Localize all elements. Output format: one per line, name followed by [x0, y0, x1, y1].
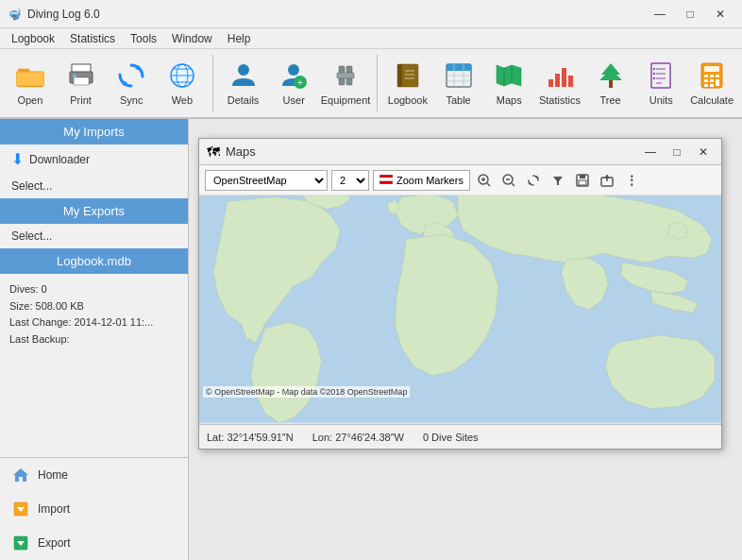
sync-label: Sync — [120, 94, 143, 106]
menu-logbook[interactable]: Logbook — [4, 30, 62, 47]
export-map-button[interactable] — [597, 170, 617, 191]
menu-tools[interactable]: Tools — [123, 30, 164, 47]
svg-marker-60 — [13, 468, 28, 482]
svg-rect-56 — [710, 79, 714, 82]
home-label: Home — [38, 468, 68, 482]
svg-line-72 — [487, 183, 490, 186]
logbook-button[interactable]: Logbook — [383, 52, 432, 114]
svg-rect-67 — [379, 180, 393, 183]
nav-import[interactable]: Import — [0, 492, 188, 526]
map-sites: 0 Dive Sites — [423, 432, 479, 443]
minimize-button[interactable]: — — [646, 5, 674, 24]
svg-rect-42 — [651, 63, 670, 88]
details-label: Details — [228, 94, 260, 106]
web-button[interactable]: Web — [158, 52, 207, 114]
sync-button[interactable]: Sync — [107, 52, 156, 114]
maps-window[interactable]: 🗺 Maps — □ ✕ OpenStreetMap 2 — [198, 138, 722, 450]
open-button[interactable]: Open — [6, 52, 55, 114]
map-type-select[interactable]: OpenStreetMap — [205, 170, 328, 191]
table-label: Table — [446, 94, 470, 106]
user-button[interactable]: + User — [269, 52, 318, 114]
close-button[interactable]: ✕ — [706, 5, 734, 24]
sidebar-nav: Home Import Export — [0, 457, 188, 560]
app-title: Diving Log 6.0 — [27, 8, 646, 21]
svg-rect-47 — [653, 68, 655, 70]
map-lat: Lat: 32°14′59.91″N — [207, 432, 294, 443]
sidebar: My Imports ⬇ Downloader Select... My Exp… — [0, 119, 189, 560]
zoom-out-button[interactable] — [498, 170, 519, 191]
map-display: © OpenStreetMap - Map data ©2018 OpenStr… — [199, 195, 721, 424]
maps-minimize-button[interactable]: — — [640, 144, 661, 161]
maps-maximize-button[interactable]: □ — [666, 144, 687, 161]
calculate-label: Calculate — [690, 94, 734, 106]
refresh-button[interactable] — [523, 170, 544, 191]
zoom-markers-label: Zoom Markers — [396, 175, 464, 186]
svg-rect-86 — [199, 423, 721, 424]
svg-rect-35 — [548, 79, 553, 87]
logbook-info: Dives: 0 Size: 508.00 KB Last Change: 20… — [0, 274, 188, 355]
save-button[interactable] — [572, 170, 593, 191]
download-icon: ⬇ — [11, 150, 24, 168]
svg-point-15 — [288, 64, 299, 76]
svg-rect-81 — [579, 180, 586, 185]
equipment-button[interactable]: Equipment — [320, 52, 371, 114]
svg-rect-38 — [568, 76, 573, 87]
statistics-label: Statistics — [539, 94, 581, 106]
my-exports-header: My Exports — [0, 198, 188, 224]
svg-rect-48 — [653, 73, 655, 75]
units-icon — [646, 60, 676, 91]
svg-rect-5 — [74, 77, 89, 85]
zoom-markers-button[interactable]: Zoom Markers — [373, 170, 470, 191]
logbook-label: Logbook — [388, 94, 428, 106]
menu-window[interactable]: Window — [164, 30, 220, 47]
statistics-button[interactable]: Statistics — [535, 52, 584, 114]
import-label: Import — [38, 502, 70, 516]
svg-rect-6 — [73, 75, 76, 77]
exports-select-item[interactable]: Select... — [0, 224, 188, 248]
svg-rect-53 — [710, 75, 714, 77]
nav-home[interactable]: Home — [0, 458, 188, 492]
maps-toolbar: OpenStreetMap 2 Zoom Markers — [199, 165, 721, 195]
maps-button[interactable]: Maps — [484, 52, 533, 114]
tree-button[interactable]: Tree — [586, 52, 635, 114]
downloader-item[interactable]: ⬇ Downloader — [0, 144, 188, 174]
svg-rect-36 — [555, 74, 560, 87]
print-icon — [66, 60, 96, 91]
calculate-icon — [697, 60, 727, 91]
svg-rect-39 — [609, 80, 613, 88]
svg-rect-52 — [704, 75, 708, 77]
filter-button[interactable] — [548, 170, 568, 191]
details-button[interactable]: Details — [219, 52, 268, 114]
downloader-label: Downloader — [29, 153, 90, 166]
imports-select-item[interactable]: Select... — [0, 174, 188, 198]
zoom-level-select[interactable]: 2 — [331, 170, 369, 191]
user-label: User — [283, 94, 305, 106]
menu-help[interactable]: Help — [220, 30, 259, 47]
more-button[interactable]: ⋮ — [621, 170, 642, 191]
svg-rect-51 — [704, 66, 719, 72]
maps-title-icon: 🗺 — [207, 144, 220, 160]
maps-icon — [494, 60, 524, 91]
logbook-header: Logbook.mdb — [0, 248, 188, 274]
print-button[interactable]: Print — [57, 52, 106, 114]
web-label: Web — [172, 94, 193, 106]
content-area: 🗺 Maps — □ ✕ OpenStreetMap 2 — [189, 119, 742, 560]
maximize-button[interactable]: □ — [676, 5, 704, 24]
svg-marker-32 — [497, 65, 521, 86]
zoom-in-button[interactable] — [474, 170, 495, 191]
size-info: Size: 508.00 KB — [9, 298, 178, 315]
map-attribution: © OpenStreetMap - Map data ©2018 OpenStr… — [203, 386, 410, 398]
table-button[interactable]: Table — [434, 52, 483, 114]
svg-rect-57 — [716, 79, 719, 86]
menu-statistics[interactable]: Statistics — [62, 30, 123, 47]
units-button[interactable]: Units — [636, 52, 685, 114]
title-bar: 🤿 Diving Log 6.0 — □ ✕ — [0, 0, 742, 28]
sync-icon — [116, 60, 146, 91]
maps-close-button[interactable]: ✕ — [693, 144, 714, 161]
maps-title-text: Maps — [226, 144, 634, 159]
svg-rect-55 — [704, 79, 708, 82]
export-icon — [11, 534, 30, 552]
dives-info: Dives: 0 — [9, 281, 178, 298]
nav-export[interactable]: Export — [0, 526, 188, 560]
calculate-button[interactable]: Calculate — [687, 52, 736, 114]
